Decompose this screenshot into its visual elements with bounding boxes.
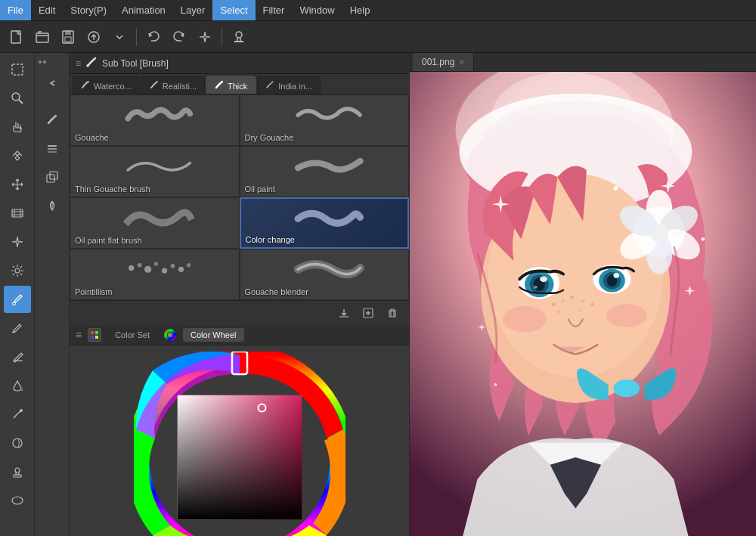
svg-point-33 bbox=[162, 268, 167, 273]
menu-edit[interactable]: Edit bbox=[31, 0, 63, 20]
brush-action-add[interactable] bbox=[358, 304, 379, 322]
menu-select[interactable]: Select bbox=[212, 0, 255, 20]
tool-pen[interactable] bbox=[4, 314, 31, 342]
brush-oil-paint[interactable]: Oil paint bbox=[240, 146, 410, 197]
tool-stamp[interactable] bbox=[4, 458, 31, 485]
svg-point-65 bbox=[613, 273, 619, 278]
tool-magnify[interactable] bbox=[4, 85, 31, 112]
menu-story[interactable]: Story(P) bbox=[63, 0, 114, 20]
saturation-value-box[interactable] bbox=[177, 395, 302, 520]
tool-blend[interactable] bbox=[4, 429, 31, 457]
brush-color-change[interactable]: Color change bbox=[240, 197, 410, 249]
menu-window[interactable]: Window bbox=[292, 0, 342, 20]
toolbar-redo[interactable] bbox=[167, 25, 191, 49]
brush-oil-flat[interactable]: Oil paint flat brush bbox=[70, 197, 240, 249]
svg-rect-4 bbox=[65, 37, 71, 42]
svg-point-68 bbox=[552, 303, 556, 307]
tool-film[interactable] bbox=[4, 200, 31, 227]
brush-dry-gouache[interactable]: Dry Gouache bbox=[240, 94, 410, 146]
color-tab-set[interactable]: Color Set bbox=[107, 328, 157, 342]
svg-rect-25 bbox=[47, 175, 54, 182]
tool-fill[interactable] bbox=[4, 372, 31, 399]
sub-panel: ≡ Sub Tool [Brush] Waterco... Realisti..… bbox=[70, 53, 410, 536]
second-panel-layer2[interactable] bbox=[39, 163, 66, 191]
toolbar-sparkle[interactable] bbox=[193, 25, 217, 49]
svg-rect-1 bbox=[36, 33, 48, 42]
toolbar-sep-2 bbox=[222, 28, 222, 46]
second-panel-layer[interactable] bbox=[39, 135, 66, 162]
canvas-tab-item[interactable]: 001.png × bbox=[413, 53, 474, 71]
brush-tab-watercolor[interactable]: Waterco... bbox=[73, 76, 140, 94]
tool-sparkle[interactable] bbox=[4, 228, 31, 256]
svg-point-67 bbox=[606, 304, 647, 327]
brush-gouache[interactable]: Gouache bbox=[70, 94, 240, 146]
tool-auto-select[interactable] bbox=[4, 56, 31, 83]
svg-point-66 bbox=[503, 306, 547, 333]
svg-point-70 bbox=[570, 296, 574, 299]
tool-settings[interactable] bbox=[4, 257, 31, 284]
svg-point-8 bbox=[12, 93, 20, 101]
brush-tab-thick[interactable]: Thick bbox=[206, 76, 256, 94]
brush-tab-india[interactable]: India in... bbox=[257, 76, 321, 94]
canvas-tab: 001.png × bbox=[410, 53, 756, 72]
tool-gradient[interactable] bbox=[4, 401, 31, 428]
tool-eyedropper[interactable] bbox=[4, 286, 31, 313]
svg-point-34 bbox=[171, 264, 175, 268]
menu-animation[interactable]: Animation bbox=[114, 0, 173, 20]
artwork-canvas bbox=[410, 72, 756, 536]
toolbar-undo[interactable] bbox=[141, 25, 166, 49]
tool-eraser[interactable] bbox=[4, 343, 31, 370]
svg-point-71 bbox=[581, 299, 584, 302]
brush-pointillism[interactable]: Pointillism bbox=[70, 249, 240, 300]
brush-action-download[interactable] bbox=[333, 304, 355, 322]
brush-tabs: Waterco... Realisti... Thick India in... bbox=[70, 74, 409, 94]
tool-hand[interactable] bbox=[4, 113, 31, 141]
color-section: ≡ Color Set Color Wheel bbox=[70, 325, 409, 536]
brush-gouache-blender[interactable]: Gouache blender bbox=[240, 249, 410, 300]
menu-filter[interactable]: Filter bbox=[256, 0, 293, 20]
toolbar-export-icon[interactable] bbox=[82, 25, 106, 49]
main-layout: ≡ Sub Tool [Brush] Waterco... Realisti..… bbox=[0, 53, 756, 536]
brush-thin-gouache[interactable]: Thin Gouache brush bbox=[70, 146, 240, 197]
toolbar-save-icon[interactable] bbox=[56, 25, 80, 49]
menu-layer[interactable]: Layer bbox=[173, 0, 213, 20]
svg-point-29 bbox=[129, 265, 134, 271]
brush-action-delete[interactable] bbox=[382, 304, 403, 322]
svg-rect-42 bbox=[95, 336, 98, 339]
svg-rect-41 bbox=[91, 336, 94, 339]
svg-rect-24 bbox=[48, 151, 57, 153]
color-menu-icon[interactable]: ≡ bbox=[76, 329, 82, 341]
tool-transform[interactable] bbox=[4, 142, 31, 169]
brush-action-bar bbox=[70, 300, 409, 325]
menu-icon-header[interactable]: ≡ bbox=[76, 58, 81, 69]
canvas-content[interactable] bbox=[410, 72, 756, 536]
toolbar-open-icon[interactable] bbox=[30, 25, 54, 49]
toolbar-file-icon[interactable] bbox=[5, 25, 29, 49]
second-panel-brush-icon[interactable] bbox=[39, 106, 66, 133]
color-set-icon[interactable] bbox=[88, 328, 101, 342]
svg-point-19 bbox=[15, 468, 20, 472]
svg-point-59 bbox=[540, 276, 547, 282]
color-wheel-icon[interactable] bbox=[163, 328, 177, 342]
artwork-svg bbox=[410, 72, 756, 536]
toolbar-sep-1 bbox=[136, 28, 137, 46]
menu-help[interactable]: Help bbox=[342, 0, 378, 20]
svg-rect-37 bbox=[339, 316, 349, 318]
toolbar-dropdown-icon[interactable] bbox=[107, 25, 132, 49]
second-panel-collapse[interactable] bbox=[39, 70, 66, 97]
svg-rect-40 bbox=[95, 331, 98, 334]
color-wheel-container[interactable] bbox=[134, 352, 345, 536]
tool-move[interactable] bbox=[4, 171, 31, 198]
brush-tab-realistic[interactable]: Realisti... bbox=[141, 76, 205, 94]
toolbar bbox=[0, 21, 756, 53]
menu-file[interactable]: File bbox=[0, 0, 31, 20]
svg-rect-7 bbox=[12, 64, 23, 75]
tool-ellipse[interactable] bbox=[4, 487, 31, 514]
canvas-close[interactable]: × bbox=[459, 57, 463, 67]
svg-point-28 bbox=[86, 64, 89, 67]
toolbar-stamp[interactable] bbox=[227, 25, 251, 49]
canvas-area: 001.png × bbox=[410, 53, 756, 536]
color-tab-wheel[interactable]: Color Wheel bbox=[183, 328, 244, 342]
second-panel-delete[interactable] bbox=[39, 192, 66, 219]
svg-point-69 bbox=[562, 299, 565, 302]
